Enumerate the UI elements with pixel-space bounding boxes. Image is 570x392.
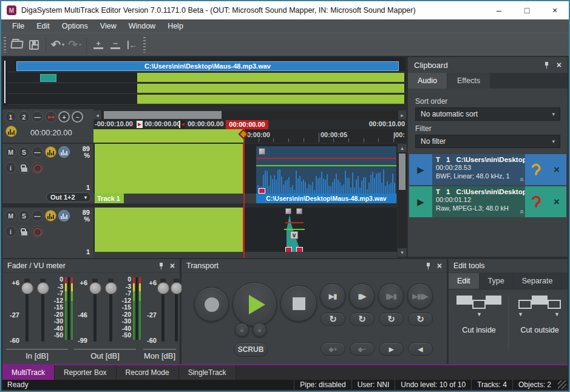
remove-marker-button[interactable]: ◆− bbox=[350, 342, 375, 356]
fader-knob[interactable] bbox=[105, 282, 117, 294]
fader-knob[interactable] bbox=[157, 282, 169, 294]
track1-name-badge[interactable]: Track 1 bbox=[95, 194, 124, 203]
track1-record-button[interactable]: ◯ bbox=[32, 162, 43, 174]
play-from-mark-button[interactable]: ▮▶ bbox=[349, 283, 375, 309]
clip-handle[interactable] bbox=[296, 208, 302, 214]
menu-item-options[interactable]: Options bbox=[56, 19, 94, 33]
waveform-mode-button[interactable] bbox=[5, 126, 17, 137]
loop-2-button[interactable]: ↻ bbox=[350, 313, 375, 326]
clip-handle[interactable] bbox=[285, 208, 291, 214]
mode-tab-multitrack[interactable]: MultiTrack bbox=[2, 365, 55, 380]
track2-lock-button[interactable] bbox=[18, 226, 30, 237]
pin-icon[interactable] bbox=[544, 61, 549, 69]
track2-small-clip[interactable]: v bbox=[285, 208, 306, 259]
track2-solo-button[interactable]: S bbox=[18, 210, 30, 221]
add-track-button[interactable]: + bbox=[90, 36, 107, 53]
close-panel-icon[interactable]: × bbox=[557, 61, 562, 69]
track1-solo-button[interactable]: S bbox=[18, 146, 30, 158]
loop-4-button[interactable]: ↻ bbox=[408, 313, 433, 326]
zoom-in-button[interactable]: + bbox=[58, 111, 70, 123]
pin-icon[interactable] bbox=[426, 262, 431, 269]
menu-item-edit[interactable]: Edit bbox=[30, 19, 56, 33]
fader-knob[interactable] bbox=[37, 282, 49, 294]
clipboard-tab-effects[interactable]: Effects bbox=[447, 73, 490, 89]
play-to-mark-button[interactable]: ▶▮ bbox=[320, 283, 345, 309]
play-item-button[interactable]: ▶ bbox=[409, 154, 432, 185]
track1-waveform-button[interactable] bbox=[45, 146, 56, 158]
tracks-v-scrollbar[interactable]: ▴ ▾ bbox=[398, 144, 407, 257]
mode-tab-record-mode[interactable]: Record Mode bbox=[117, 365, 179, 380]
track1-meter-button[interactable] bbox=[58, 146, 70, 158]
track2-green-clip[interactable] bbox=[95, 208, 244, 252]
fader-knob[interactable] bbox=[89, 282, 101, 294]
time-ruler[interactable]: 0:00:00 00:00:05 |00: bbox=[93, 129, 406, 143]
menu-item-file[interactable]: File bbox=[6, 19, 30, 33]
remove-item-button[interactable]: × bbox=[547, 186, 566, 217]
track1-mute-button[interactable]: M bbox=[5, 146, 16, 158]
track2-lane[interactable]: v bbox=[93, 206, 397, 258]
in-point-button[interactable]: ▶◀ bbox=[45, 111, 56, 123]
rewind-button[interactable]: « bbox=[235, 323, 249, 337]
overview-track-bar[interactable] bbox=[137, 73, 404, 82]
record-button[interactable] bbox=[194, 287, 229, 322]
track2-collapse-button[interactable]: — bbox=[32, 210, 43, 221]
mark-in-flag-icon[interactable]: ▶ bbox=[137, 121, 143, 128]
clip-handle[interactable] bbox=[259, 148, 265, 155]
menu-item-view[interactable]: View bbox=[94, 19, 123, 33]
v-scroll-thumb[interactable] bbox=[399, 154, 405, 190]
edit-tools-tab-edit[interactable]: Edit bbox=[449, 273, 479, 289]
toolbar-grip[interactable] bbox=[143, 37, 146, 53]
overview-track-bar[interactable] bbox=[137, 84, 404, 93]
forward-button[interactable]: » bbox=[253, 323, 266, 337]
loop-3-button[interactable]: ↻ bbox=[379, 313, 404, 326]
track1-audio-clip[interactable] bbox=[256, 146, 396, 195]
minimize-button[interactable]: – bbox=[485, 1, 513, 19]
cut-outside-tool[interactable]: ▼▼ Cut outside bbox=[511, 296, 569, 334]
add-marker-button[interactable]: ◆+ bbox=[321, 342, 345, 356]
layout-1-button[interactable]: 1 bbox=[5, 111, 16, 123]
remove-track-button[interactable]: − bbox=[107, 36, 124, 53]
maximize-button[interactable]: □ bbox=[513, 1, 541, 19]
track1-lock-button[interactable] bbox=[18, 162, 30, 174]
open-button[interactable] bbox=[8, 36, 25, 53]
cut-inside-tool[interactable]: ▼ Cut inside bbox=[451, 296, 507, 334]
loop-1-button[interactable]: ↻ bbox=[321, 313, 345, 326]
edit-tools-tab-clip-in[interactable]: Clip & In bbox=[562, 273, 568, 289]
track2-waveform-button[interactable] bbox=[45, 210, 56, 221]
timeline-h-scrollbar[interactable]: ◂ ▸ bbox=[93, 110, 406, 120]
toolbar-grip[interactable] bbox=[4, 37, 6, 53]
track2-info-button[interactable]: i bbox=[5, 226, 16, 237]
prelisten-button[interactable] bbox=[525, 154, 547, 185]
redo-button[interactable]: ↷▾ bbox=[66, 36, 83, 53]
expand-icon[interactable]: » bbox=[518, 210, 525, 214]
menu-item-window[interactable]: Window bbox=[123, 19, 161, 33]
play-item-button[interactable]: ▶ bbox=[409, 186, 432, 217]
goto-start-button[interactable]: ← bbox=[124, 36, 141, 53]
scroll-up-button[interactable]: ▴ bbox=[398, 144, 407, 152]
resize-grip[interactable] bbox=[558, 380, 566, 389]
play-button[interactable] bbox=[232, 282, 277, 326]
stop-button[interactable] bbox=[280, 285, 317, 322]
scroll-right-button[interactable]: ▸ bbox=[398, 110, 406, 120]
prelisten-button[interactable] bbox=[525, 186, 547, 217]
collapse-button[interactable]: — bbox=[32, 111, 43, 123]
save-button[interactable] bbox=[25, 36, 42, 53]
project-overview[interactable]: C:\Users\nin\Desktop\Maus-48.mp3.wav bbox=[2, 57, 405, 106]
mode-tab-reporter-box[interactable]: Reporter Box bbox=[55, 365, 117, 380]
track1-collapse-button[interactable]: — bbox=[32, 146, 43, 158]
track2-meter-button[interactable] bbox=[58, 210, 70, 221]
overview-file-bar[interactable]: C:\Users\nin\Desktop\Maus-48.mp3.wav bbox=[16, 61, 399, 71]
playhead-line[interactable] bbox=[243, 129, 245, 258]
layout-2-button[interactable]: 2 bbox=[18, 111, 30, 123]
filter-select[interactable]: No filter▾ bbox=[415, 135, 560, 148]
clipboard-item[interactable]: ▶ T1C:\Users\nin\Desktop\ 00:00:28.53 BW… bbox=[409, 154, 566, 185]
overview-clip-block[interactable] bbox=[40, 74, 56, 82]
overview-track-bar[interactable] bbox=[137, 95, 404, 104]
clip-fade-handle[interactable] bbox=[259, 188, 265, 194]
clipboard-tab-audio[interactable]: Audio bbox=[408, 73, 447, 89]
track1-green-clip[interactable] bbox=[95, 144, 244, 195]
track1-clip-label[interactable]: C:\Users\nin\Desktop\Maus-48.mp3.wav bbox=[256, 194, 396, 203]
close-button[interactable]: × bbox=[541, 1, 569, 19]
next-marker-button[interactable]: ▶ bbox=[379, 342, 404, 356]
edit-tools-tab-separate[interactable]: Separate bbox=[514, 273, 562, 289]
